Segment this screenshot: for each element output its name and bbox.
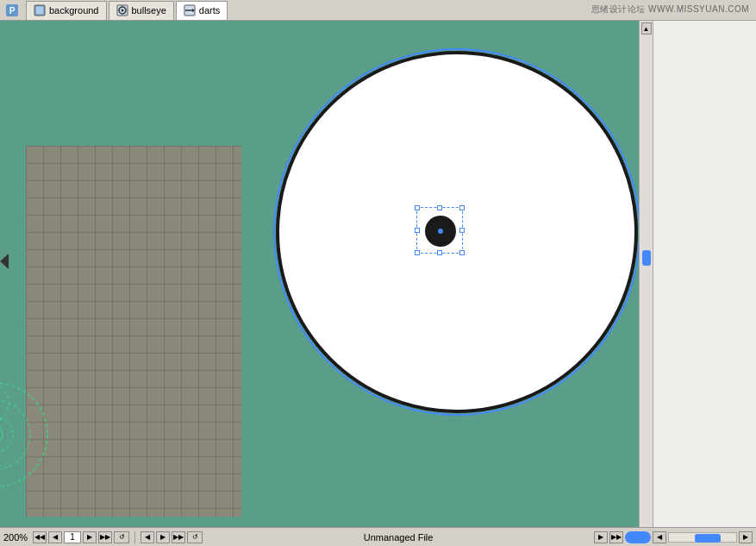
bullseye-tab-icon: [116, 4, 128, 16]
svg-text:P: P: [9, 6, 16, 16]
left-scroll-arrow[interactable]: [0, 254, 9, 269]
page-input[interactable]: 1: [64, 531, 81, 543]
svg-point-11: [0, 400, 30, 469]
scroll-thumb[interactable]: [642, 250, 651, 266]
refresh-button[interactable]: ↺: [114, 531, 129, 543]
canvas-area[interactable]: ▲ ▼: [0, 21, 653, 546]
zoom-level: 200%: [3, 532, 28, 543]
next-button[interactable]: ▶: [83, 531, 97, 543]
darts-tab-icon: [184, 4, 196, 16]
tab-background[interactable]: background: [26, 1, 107, 20]
horizontal-scroll-track: [668, 532, 737, 543]
dart-center-dot: [438, 229, 443, 234]
next-page-button[interactable]: ▶▶: [98, 531, 112, 543]
vertical-scrollbar[interactable]: ▲ ▼: [639, 21, 653, 546]
spiral-preview: [0, 279, 73, 521]
scroll-right-button[interactable]: ▶: [739, 531, 753, 543]
page-nav-left[interactable]: ◀: [141, 531, 154, 543]
app-icon: P: [3, 2, 21, 19]
file-status: Unmanaged File: [204, 532, 592, 543]
play-next-button[interactable]: ▶▶: [609, 531, 623, 543]
status-bar: 200% ◀◀ ◀ 1 ▶ ▶▶ ↺ ◀ ▶ ▶▶ ↺ Unmanaged Fi…: [0, 527, 756, 546]
prev-button[interactable]: ◀: [48, 531, 62, 543]
dart-element[interactable]: [418, 209, 463, 254]
tab-bar: P background bullseye darts 思绪设计论坛 WWW.M…: [0, 0, 756, 21]
scroll-track: [641, 35, 652, 532]
tab-bullseye-label: bullseye: [132, 5, 166, 16]
tab-bullseye[interactable]: bullseye: [109, 1, 174, 20]
scroll-up-button[interactable]: ▲: [641, 22, 652, 35]
svg-point-6: [121, 9, 123, 12]
page-nav-end[interactable]: ▶▶: [172, 531, 185, 543]
play-button[interactable]: ▶: [594, 531, 608, 543]
status-indicator: [625, 531, 651, 543]
right-panel: [653, 21, 756, 546]
tab-background-label: background: [49, 5, 99, 16]
dart-circle: [425, 216, 456, 247]
background-tab-icon: [34, 4, 46, 16]
scroll-left-button[interactable]: ◀: [653, 531, 666, 543]
svg-point-13: [0, 428, 3, 442]
svg-point-10: [0, 383, 47, 486]
prev-page-button[interactable]: ◀◀: [33, 531, 47, 543]
horizontal-scroll-thumb[interactable]: [695, 534, 721, 543]
loop-nav-button[interactable]: ↺: [187, 531, 203, 543]
separator1: [134, 531, 135, 543]
tab-darts-label: darts: [199, 5, 220, 16]
svg-rect-3: [36, 7, 43, 14]
watermark: 思绪设计论坛 WWW.MISSYUAN.COM: [591, 3, 749, 16]
page-nav-right[interactable]: ▶: [156, 531, 170, 543]
tab-darts[interactable]: darts: [176, 1, 228, 20]
right-panel-content: [653, 21, 756, 546]
